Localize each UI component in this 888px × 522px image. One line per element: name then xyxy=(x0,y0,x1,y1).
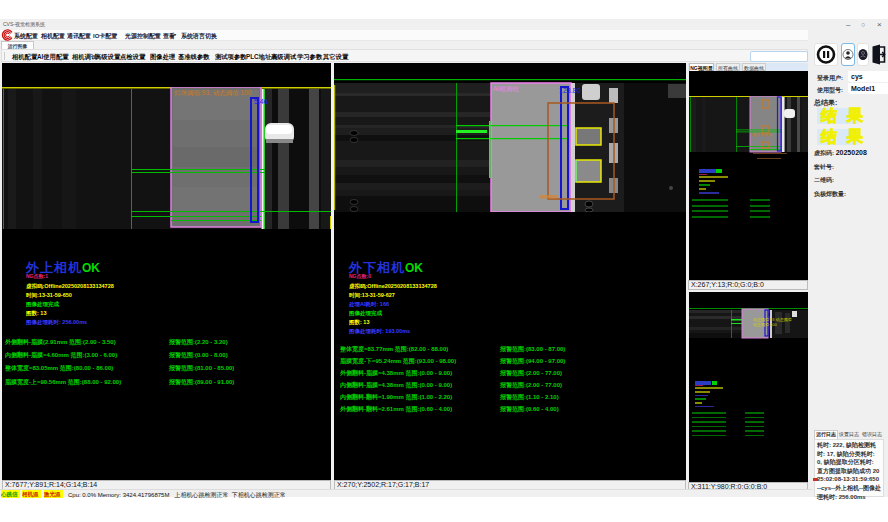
svg-text:123.80: 123.80 xyxy=(559,87,581,94)
svg-text:5.46: 5.46 xyxy=(254,98,268,105)
svg-text:AI检测框: AI检测框 xyxy=(493,85,519,93)
svg-text:灯珠阈值:93, 动态阈值:100: 灯珠阈值:93, 动态阈值:100 xyxy=(174,89,252,97)
